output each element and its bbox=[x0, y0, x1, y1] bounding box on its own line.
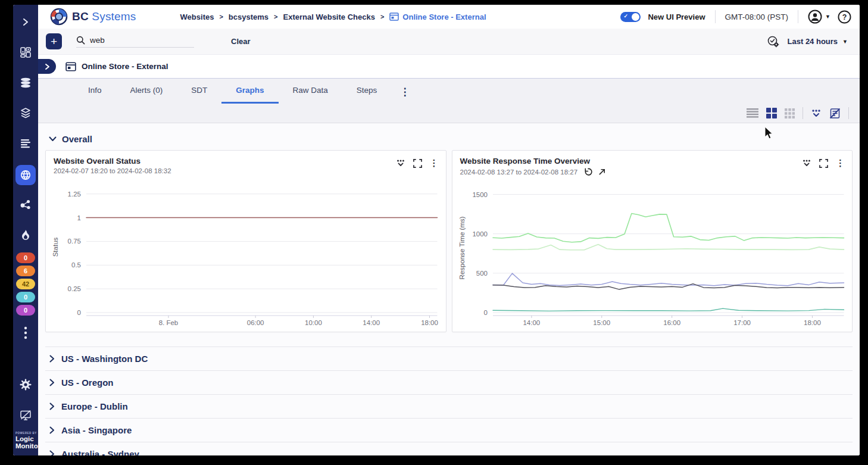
clear-search-button[interactable]: Clear bbox=[231, 37, 251, 46]
bc-systems-logo[interactable]: BC Systems bbox=[50, 8, 136, 26]
svg-text:0.75: 0.75 bbox=[68, 238, 81, 245]
svg-text:0.5: 0.5 bbox=[71, 261, 81, 269]
svg-text:Response Time (ms): Response Time (ms) bbox=[458, 216, 466, 279]
grid-2-view-icon-active[interactable] bbox=[766, 108, 777, 118]
tab-bar: Info Alerts (0) SDT Graphs Raw Data Step… bbox=[38, 78, 860, 104]
breadcrumb-external-website-checks[interactable]: External Website Checks bbox=[283, 13, 375, 21]
chart-date-range: 2024-02-08 13:27 to 2024-02-08 18:27 bbox=[460, 168, 578, 176]
resources-icon[interactable] bbox=[15, 74, 36, 92]
chart-date-range: 2024-02-07 18:20 to 2024-02-08 18:32 bbox=[54, 167, 171, 174]
collapse-all-icon[interactable] bbox=[811, 109, 822, 118]
svg-text:16:00: 16:00 bbox=[663, 319, 680, 326]
search-box bbox=[76, 36, 194, 48]
tab-sdt[interactable]: SDT bbox=[177, 79, 221, 104]
tree-expand-button[interactable] bbox=[38, 59, 56, 74]
svg-text:?: ? bbox=[842, 13, 847, 21]
top-header: BC Systems Websites > bcsystems > Extern… bbox=[38, 5, 860, 29]
chart-title: Website Response Time Overview bbox=[460, 157, 845, 166]
chevron-right-icon bbox=[49, 426, 55, 434]
resource-bar: Online Store - External bbox=[38, 55, 860, 78]
breadcrumb-separator: > bbox=[274, 13, 277, 20]
time-range-dropdown[interactable]: Last 24 hours ▼ bbox=[788, 37, 848, 46]
breadcrumb-current-page[interactable]: Online Store - External bbox=[389, 13, 486, 21]
svg-text:1500: 1500 bbox=[472, 191, 488, 198]
chevron-right-icon bbox=[49, 355, 55, 363]
sidebar-more-icon[interactable] bbox=[15, 324, 36, 342]
add-button[interactable]: + bbox=[46, 33, 62, 49]
search-icon bbox=[76, 36, 85, 45]
logo-text-systems: Systems bbox=[92, 10, 136, 23]
alert-badge-warning[interactable]: 42 bbox=[16, 279, 35, 289]
response-time-chart[interactable]: 05001000150014:0015:0016:0017:0018:00Res… bbox=[456, 177, 849, 329]
chevron-right-icon bbox=[49, 379, 55, 386]
alerts-flame-icon[interactable] bbox=[15, 226, 36, 244]
section-overall-header[interactable]: Overall bbox=[49, 134, 853, 144]
new-ui-preview-label: New UI Preview bbox=[648, 13, 705, 21]
alert-badge-other[interactable]: 0 bbox=[16, 305, 35, 316]
zoom-reset-icon[interactable] bbox=[583, 167, 592, 176]
new-ui-preview-toggle[interactable]: ✓ bbox=[620, 12, 641, 22]
tab-graphs[interactable]: Graphs bbox=[221, 79, 278, 104]
logs-icon[interactable] bbox=[15, 135, 36, 152]
open-in-new-icon[interactable] bbox=[598, 168, 606, 176]
chart-expand-icon[interactable] bbox=[413, 159, 422, 168]
breadcrumb-separator: > bbox=[219, 13, 223, 20]
section-europe-dublin[interactable]: Europe - Dublin bbox=[45, 395, 853, 419]
svg-text:1000: 1000 bbox=[472, 230, 488, 238]
svg-text:1: 1 bbox=[77, 214, 81, 221]
graphs-content: Overall Website Overall Status 2024-02-0… bbox=[38, 123, 860, 455]
bc-systems-logo-icon bbox=[50, 8, 68, 26]
chart-menu-icon[interactable]: ⋮ bbox=[836, 158, 845, 168]
avatar-icon bbox=[808, 10, 822, 24]
svg-text:10:00: 10:00 bbox=[305, 319, 322, 326]
user-menu[interactable]: ▼ bbox=[808, 10, 830, 24]
remote-session-icon[interactable] bbox=[15, 406, 36, 424]
svg-text:18:00: 18:00 bbox=[804, 319, 821, 326]
section-us-oregon[interactable]: US - Oregon bbox=[45, 371, 853, 395]
list-view-icon[interactable] bbox=[747, 108, 758, 118]
grid-3-view-icon[interactable] bbox=[785, 108, 795, 118]
tab-alerts[interactable]: Alerts (0) bbox=[116, 79, 177, 104]
search-input[interactable] bbox=[90, 36, 179, 45]
chart-menu-icon[interactable]: ⋮ bbox=[430, 158, 439, 168]
section-australia-sydney[interactable]: Australia - Sydney bbox=[45, 442, 853, 455]
time-range-caret-icon: ▼ bbox=[842, 39, 848, 45]
breadcrumb-bcsystems[interactable]: bcsystems bbox=[229, 13, 268, 21]
sidebar-expand-icon[interactable] bbox=[15, 13, 36, 31]
breadcrumb: Websites > bcsystems > External Website … bbox=[180, 13, 486, 21]
svg-text:8. Feb: 8. Feb bbox=[159, 319, 179, 326]
section-us-washington-dc[interactable]: US - Washington DC bbox=[45, 347, 853, 371]
breadcrumb-websites[interactable]: Websites bbox=[180, 13, 214, 21]
svg-text:0: 0 bbox=[77, 309, 81, 316]
svg-text:06:00: 06:00 bbox=[247, 319, 264, 326]
tab-raw-data[interactable]: Raw Data bbox=[279, 79, 342, 104]
tabs-more-icon[interactable]: ⋮ bbox=[391, 80, 418, 104]
section-asia-singapore[interactable]: Asia - Singapore bbox=[45, 419, 853, 442]
help-icon[interactable]: ? bbox=[838, 10, 851, 24]
breadcrumb-separator: > bbox=[380, 13, 384, 20]
topology-icon[interactable] bbox=[15, 196, 36, 214]
settings-gear-icon[interactable] bbox=[15, 376, 36, 394]
chart-expand-icon[interactable] bbox=[819, 159, 828, 168]
chart-title: Website Overall Status bbox=[54, 157, 438, 166]
website-icon bbox=[389, 13, 399, 21]
time-settings-icon[interactable] bbox=[767, 35, 779, 48]
graphs-view-toolbar bbox=[38, 104, 860, 123]
disable-report-icon[interactable] bbox=[829, 108, 841, 119]
modules-icon[interactable] bbox=[15, 104, 36, 122]
chart-collapse-icon[interactable] bbox=[396, 159, 405, 167]
dashboards-icon[interactable] bbox=[15, 43, 36, 61]
alert-badge-error[interactable]: 6 bbox=[16, 266, 35, 276]
alert-badge-info[interactable]: 0 bbox=[16, 292, 35, 302]
tab-info[interactable]: Info bbox=[74, 79, 116, 104]
svg-text:15:00: 15:00 bbox=[593, 319, 610, 326]
chart-collapse-icon[interactable] bbox=[802, 159, 811, 167]
overall-status-chart[interactable]: 00.250.50.7511.258. Feb06:0010:0014:0018… bbox=[49, 176, 442, 329]
main-area: BC Systems Websites > bcsystems > Extern… bbox=[38, 5, 860, 455]
timezone-label[interactable]: GMT-08:00 (PST) bbox=[725, 13, 789, 21]
websites-nav-active[interactable] bbox=[15, 165, 36, 185]
website-resource-icon bbox=[65, 62, 76, 71]
resource-title: Online Store - External bbox=[82, 62, 168, 71]
tab-steps[interactable]: Steps bbox=[342, 79, 392, 104]
alert-badge-critical[interactable]: 0 bbox=[16, 252, 35, 263]
